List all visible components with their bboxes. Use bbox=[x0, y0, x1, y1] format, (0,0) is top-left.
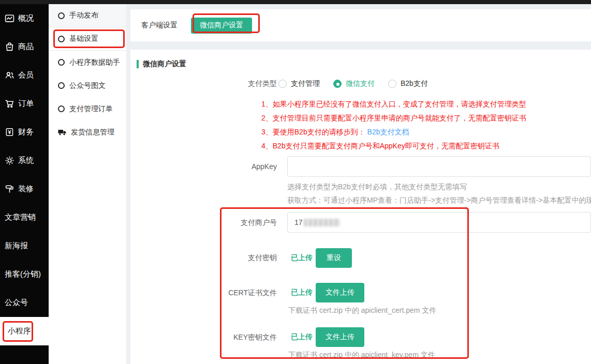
merchant-id-label: 支付商户号 bbox=[130, 212, 277, 233]
cert-file-status: 已上传 bbox=[291, 288, 313, 297]
pay-secret-label: 支付密钥 bbox=[130, 253, 277, 263]
notice-line-1: 1、如果小程序里已经没有了微信支付入口，变成了支付管理，请选择支付管理类型 bbox=[261, 97, 591, 111]
notice-line-3-text: 3、要使用B2b支付的请移步到： bbox=[261, 128, 365, 136]
key-upload-row: 已上传 文件上传 bbox=[287, 327, 591, 347]
notice-line-3: 3、要使用B2b支付的请移步到： B2b支付文档 bbox=[261, 125, 591, 139]
radio-unselected-icon[interactable] bbox=[278, 80, 287, 88]
sidebar-item-official-account[interactable]: 公众号 bbox=[0, 289, 49, 317]
circle-icon bbox=[58, 59, 65, 66]
sidebar-item-orders[interactable]: 订单 bbox=[0, 89, 49, 118]
main-content: 客户端设置 微信商户设置 微信商户设置 支付类型 支付管理 bbox=[126, 0, 591, 364]
key-upload-button[interactable]: 文件上传 bbox=[316, 327, 364, 347]
sidebar-item-label: 新海报 bbox=[5, 241, 28, 251]
paint-roller-icon bbox=[5, 184, 14, 194]
circle-icon bbox=[58, 105, 65, 112]
cart-icon bbox=[5, 99, 14, 109]
sidebar-item-goods[interactable]: 商品 bbox=[0, 33, 49, 61]
cert-file-label: CERT证书文件 bbox=[130, 283, 277, 315]
key-file-help: 下载证书 cert.zip 中的 apiclient_key.pem 文件 bbox=[287, 350, 591, 359]
sidebar-item-system[interactable]: 系统 bbox=[0, 146, 49, 175]
submenu-item-label: 基础设置 bbox=[69, 34, 98, 43]
sidebar-item-label: 概况 bbox=[18, 13, 34, 23]
appkey-content: 选择支付类型为B2b支付时必填，其他支付类型无需填写 获取方式：可通过小程序MP… bbox=[287, 156, 591, 205]
sidebar-item-article-marketing[interactable]: 文章营销 bbox=[0, 203, 49, 232]
submenu-item-label: 发货信息管理 bbox=[71, 128, 114, 137]
tab-client-settings[interactable]: 客户端设置 bbox=[141, 21, 178, 30]
sidebar-item-decorate[interactable]: 装修 bbox=[0, 175, 49, 203]
pay-secret-row: 支付密钥 已上传 重设 bbox=[130, 248, 591, 268]
radio-selected-icon[interactable] bbox=[333, 80, 342, 88]
submenu-item-shipping-info[interactable]: 发货信息管理 bbox=[49, 120, 126, 144]
sidebar-item-label: 财务 bbox=[18, 127, 34, 137]
merchant-settings-form: 支付类型 支付管理 微信支付 B2b支付 bbox=[130, 78, 591, 359]
submenu-sidebar: 手动发布 基础设置 小程序数据助手 公众号图文 支付管理订单 发货信 bbox=[49, 0, 126, 364]
submenu-item-manual-publish[interactable]: 手动发布 bbox=[49, 4, 126, 27]
section-title-row: 微信商户设置 bbox=[137, 59, 591, 69]
settings-tab-bar: 客户端设置 微信商户设置 bbox=[130, 9, 591, 41]
notice-line-2: 2、支付管理目前只需要配置小程序里申请的商户号就能支付了，无需配置密钥证书 bbox=[261, 111, 591, 125]
sidebar-item-label: 小程序 bbox=[5, 323, 34, 339]
appkey-help-2: 获取方式：可通过小程序MP查看：门店助手->支付管理->商户号管理查看详情->基… bbox=[287, 196, 591, 205]
submenu-item-label: 小程序数据助手 bbox=[69, 58, 120, 67]
sidebar-item-label: 推客(分销) bbox=[5, 269, 41, 279]
circle-icon bbox=[58, 82, 65, 89]
appkey-label: AppKey bbox=[130, 156, 277, 205]
tab-wechat-merchant-settings[interactable]: 微信商户设置 bbox=[191, 18, 252, 34]
finance-icon bbox=[5, 127, 14, 137]
appkey-row: AppKey 选择支付类型为B2b支付时必填，其他支付类型无需填写 获取方式：可… bbox=[130, 156, 591, 205]
submenu-item-label: 公众号图文 bbox=[69, 81, 106, 90]
appkey-help-1: 选择支付类型为B2b支付时必填，其他支付类型无需填写 bbox=[287, 183, 591, 192]
radio-wechat-pay[interactable]: 微信支付 bbox=[333, 79, 375, 88]
submenu-item-payment-orders[interactable]: 支付管理订单 bbox=[49, 97, 126, 120]
radio-label: 微信支付 bbox=[346, 79, 375, 88]
sidebar-item-label: 会员 bbox=[18, 70, 34, 80]
cert-upload-button[interactable]: 文件上传 bbox=[316, 283, 364, 302]
pay-type-label: 支付类型 bbox=[130, 79, 277, 88]
section-title: 微信商户设置 bbox=[143, 59, 186, 69]
sidebar-item-label: 公众号 bbox=[5, 298, 28, 308]
b2b-doc-link[interactable]: B2b支付文档 bbox=[367, 128, 409, 136]
sidebar-item-new-poster[interactable]: 新海报 bbox=[0, 232, 49, 260]
radio-label: 支付管理 bbox=[291, 79, 320, 88]
submenu-item-official-articles[interactable]: 公众号图文 bbox=[49, 74, 126, 97]
circle-icon bbox=[58, 12, 65, 19]
circle-icon bbox=[58, 36, 65, 42]
cert-upload-row: 已上传 文件上传 bbox=[287, 283, 591, 302]
submenu-item-basic-settings[interactable]: 基础设置 bbox=[49, 27, 126, 51]
radio-b2b-pay[interactable]: B2b支付 bbox=[388, 79, 428, 88]
key-file-label: KEY密钥文件 bbox=[130, 327, 277, 359]
submenu-item-label: 支付管理订单 bbox=[69, 104, 113, 114]
radio-pay-management[interactable]: 支付管理 bbox=[278, 79, 320, 88]
radio-unselected-icon[interactable] bbox=[388, 80, 396, 88]
reset-secret-button[interactable]: 重设 bbox=[316, 248, 352, 268]
sidebar-item-mini-program[interactable]: 小程序 bbox=[0, 317, 49, 345]
pay-secret-status: 已上传 bbox=[291, 253, 313, 263]
sidebar-item-distribution[interactable]: 推客(分销) bbox=[0, 260, 49, 289]
sidebar-item-label: 装修 bbox=[18, 184, 34, 194]
cert-file-help: 下载证书 cert.zip 中的 apiclient_cert.pem 文件 bbox=[287, 306, 591, 315]
cert-file-row: CERT证书文件 已上传 文件上传 下载证书 cert.zip 中的 apicl… bbox=[130, 283, 591, 315]
notice-line-4: 4、B2b支付只需要配置支付商户号和AppKey即可支付，无需配置密钥证书 bbox=[261, 139, 591, 153]
merchant-id-redacted bbox=[304, 219, 340, 226]
radio-label: B2b支付 bbox=[401, 79, 428, 88]
sidebar-item-overview[interactable]: 概况 bbox=[0, 4, 49, 33]
pay-type-row: 支付类型 支付管理 微信支付 B2b支付 bbox=[130, 78, 591, 90]
sidebar-item-finance[interactable]: 财务 bbox=[0, 118, 49, 146]
main-sidebar: 概况 商品 会员 订单 bbox=[0, 0, 49, 364]
shopping-bag-icon bbox=[5, 42, 14, 52]
sidebar-item-label: 系统 bbox=[18, 156, 34, 165]
submenu-item-data-assistant[interactable]: 小程序数据助手 bbox=[49, 51, 126, 74]
members-icon bbox=[5, 70, 14, 80]
overview-icon bbox=[5, 13, 14, 23]
merchant-id-value: 17 bbox=[294, 218, 303, 226]
merchant-id-input[interactable]: 17 bbox=[287, 212, 591, 233]
wechat-merchant-settings-card: 微信商户设置 支付类型 支付管理 微信支付 bbox=[130, 50, 591, 364]
gear-icon bbox=[5, 156, 14, 165]
key-file-content: 已上传 文件上传 下载证书 cert.zip 中的 apiclient_key.… bbox=[287, 327, 591, 359]
sidebar-item-label: 订单 bbox=[18, 99, 34, 109]
sidebar-item-members[interactable]: 会员 bbox=[0, 61, 49, 89]
key-file-status: 已上传 bbox=[291, 332, 313, 342]
appkey-input[interactable] bbox=[287, 156, 591, 177]
truck-icon bbox=[58, 129, 66, 136]
key-file-row: KEY密钥文件 已上传 文件上传 下载证书 cert.zip 中的 apicli… bbox=[130, 327, 591, 359]
